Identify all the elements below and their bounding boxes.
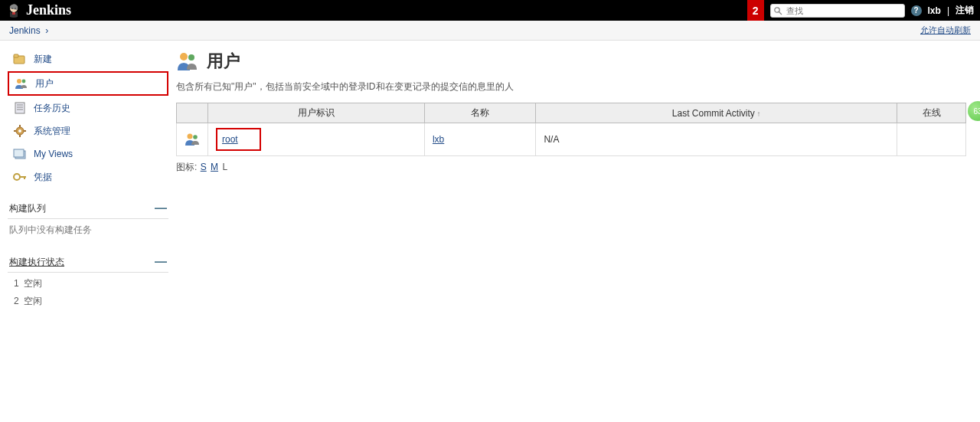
sidebar-item-new[interactable]: 新建 bbox=[8, 48, 168, 70]
svg-rect-3 bbox=[12, 12, 15, 15]
svg-point-26 bbox=[188, 54, 194, 61]
views-icon bbox=[12, 146, 28, 162]
build-queue-title[interactable]: 构建队列 bbox=[9, 202, 46, 215]
sidebar-item-label: My Views bbox=[34, 149, 73, 159]
executor-status-panel: 构建执行状态 — 1 空闲 2 空闲 bbox=[8, 252, 168, 312]
gear-icon bbox=[12, 123, 28, 139]
breadcrumb-separator: › bbox=[43, 25, 48, 36]
sidebar-item-label: 凭据 bbox=[34, 171, 52, 184]
svg-rect-7 bbox=[14, 54, 18, 57]
sidebar-item-users[interactable]: 用户 bbox=[8, 71, 168, 96]
sidebar-item-label: 系统管理 bbox=[34, 125, 70, 138]
page-description: 包含所有已知"用户"，包括当前安全域中的登录ID和在变更记录的提交信的息里的人 bbox=[176, 80, 966, 93]
collapse-icon[interactable]: — bbox=[155, 201, 167, 215]
sidebar-item-label: 任务历史 bbox=[34, 102, 70, 115]
user-icon-cell bbox=[177, 123, 208, 156]
svg-point-4 bbox=[774, 7, 779, 11]
logo-text: Jenkins bbox=[26, 2, 71, 18]
col-icon[interactable] bbox=[177, 103, 208, 123]
col-user-id[interactable]: 用户标识 bbox=[208, 103, 425, 123]
user-name-link[interactable]: lxb bbox=[433, 134, 444, 145]
executor-state: 空闲 bbox=[24, 278, 42, 289]
user-id-link[interactable]: root bbox=[216, 128, 261, 151]
header-divider: | bbox=[947, 5, 949, 16]
executor-state: 空闲 bbox=[24, 296, 42, 306]
breadcrumb-left: Jenkins › bbox=[9, 25, 48, 36]
svg-point-1 bbox=[11, 8, 13, 9]
credentials-icon bbox=[12, 169, 28, 185]
build-queue-body: 队列中没有构建任务 bbox=[8, 219, 168, 241]
breadcrumb-item[interactable]: Jenkins bbox=[9, 25, 41, 36]
sidebar-item-label: 新建 bbox=[34, 53, 52, 66]
svg-point-9 bbox=[22, 80, 26, 83]
svg-rect-10 bbox=[15, 103, 24, 113]
user-name-cell: lxb bbox=[424, 123, 536, 156]
help-icon[interactable]: ? bbox=[911, 5, 922, 16]
search-icon bbox=[773, 6, 782, 15]
svg-rect-24 bbox=[24, 176, 25, 179]
svg-point-22 bbox=[14, 174, 20, 180]
executor-row: 1 空闲 bbox=[8, 275, 168, 293]
svg-point-15 bbox=[18, 129, 21, 132]
top-header: Jenkins 2 ? lxb | 注销 bbox=[0, 0, 980, 21]
breadcrumb: Jenkins › 允许自动刷新 bbox=[0, 21, 980, 41]
svg-line-5 bbox=[779, 11, 782, 15]
svg-point-2 bbox=[15, 8, 16, 9]
logout-link[interactable]: 注销 bbox=[956, 4, 974, 17]
search-box bbox=[770, 4, 905, 18]
executor-num: 1 bbox=[14, 278, 19, 289]
user-id-cell: root bbox=[208, 123, 425, 156]
logo-link[interactable]: Jenkins bbox=[6, 2, 71, 18]
sidebar-item-credentials[interactable]: 凭据 bbox=[8, 166, 168, 188]
icon-size-l[interactable]: L bbox=[222, 162, 227, 172]
header-right: 2 ? lxb | 注销 bbox=[747, 0, 974, 21]
icon-size-s[interactable]: S bbox=[201, 162, 207, 172]
users-icon bbox=[14, 76, 29, 91]
executor-num: 2 bbox=[14, 296, 19, 306]
breadcrumb-right: 允许自动刷新 bbox=[920, 25, 971, 36]
last-commit-cell: N/A bbox=[536, 123, 897, 156]
online-cell bbox=[897, 123, 966, 156]
col-name[interactable]: 名称 bbox=[424, 103, 536, 123]
auto-refresh-link[interactable]: 允许自动刷新 bbox=[920, 25, 971, 34]
icon-size-label: 图标: bbox=[176, 162, 197, 172]
main-content: 用户 包含所有已知"用户"，包括当前安全域中的登录ID和在变更记录的提交信的息里… bbox=[176, 41, 980, 319]
executor-status-title[interactable]: 构建执行状态 bbox=[9, 256, 64, 269]
col-online[interactable]: 在线 bbox=[897, 103, 966, 123]
sidebar-item-label: 用户 bbox=[35, 77, 54, 90]
jenkins-logo-icon bbox=[6, 3, 21, 18]
svg-point-8 bbox=[17, 79, 21, 83]
page-title: 用户 bbox=[176, 50, 966, 73]
build-queue-panel: 构建队列 — 队列中没有构建任务 bbox=[8, 198, 168, 241]
search-input[interactable] bbox=[770, 4, 905, 18]
svg-rect-21 bbox=[14, 149, 24, 157]
icon-size-m[interactable]: M bbox=[211, 162, 218, 172]
table-row: root lxb N/A bbox=[177, 123, 966, 156]
icon-size-row: 图标: S M L bbox=[176, 161, 966, 174]
svg-point-27 bbox=[188, 134, 193, 139]
new-icon bbox=[12, 51, 28, 67]
notification-badge[interactable]: 2 bbox=[747, 0, 764, 21]
users-table: 用户标识 名称 Last Commit Activity 在线 root lxb bbox=[176, 103, 966, 156]
sidebar-item-manage[interactable]: 系统管理 bbox=[8, 120, 168, 142]
sidebar-item-myviews[interactable]: My Views bbox=[8, 143, 168, 165]
col-last-commit[interactable]: Last Commit Activity bbox=[536, 103, 897, 123]
svg-point-25 bbox=[180, 53, 188, 61]
svg-point-28 bbox=[193, 135, 198, 139]
executor-row: 2 空闲 bbox=[8, 293, 168, 310]
history-icon bbox=[12, 100, 28, 116]
current-user-link[interactable]: lxb bbox=[928, 5, 941, 16]
sidebar: 新建 用户 任务历史 系统管理 My Views 凭据 构建队列 — 队列中 bbox=[0, 41, 176, 319]
page-title-text: 用户 bbox=[207, 50, 240, 73]
users-icon bbox=[176, 50, 199, 73]
collapse-icon[interactable]: — bbox=[155, 255, 167, 269]
sidebar-item-history[interactable]: 任务历史 bbox=[8, 97, 168, 119]
